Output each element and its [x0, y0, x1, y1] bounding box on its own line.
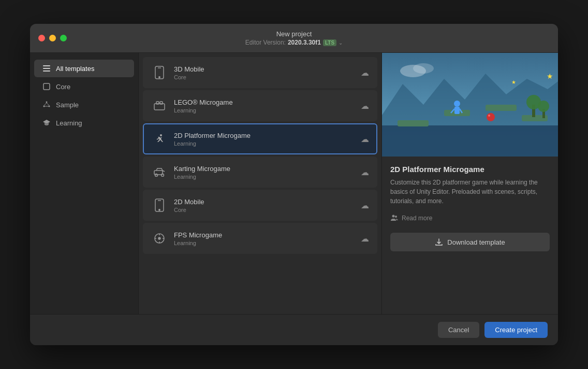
svg-point-54 [395, 216, 397, 218]
svg-point-21 [161, 174, 164, 177]
template-info-2d-platformer: 2D Platformer Microgame Learning [174, 132, 357, 147]
download-icon-2d-mobile: ☁ [361, 201, 369, 210]
detail-panel: ★ ★ 2D Platformer Microgame Customize th… [382, 53, 558, 314]
template-info-3d-mobile: 3D Mobile Core [174, 65, 357, 80]
read-more-label: Read more [402, 215, 432, 222]
template-item-2d-platformer[interactable]: 2D Platformer Microgame Learning ☁ [143, 123, 377, 154]
phone-icon [151, 64, 168, 81]
svg-point-17 [160, 134, 162, 136]
template-info-2d-mobile: 2D Mobile Core [174, 198, 357, 213]
minimize-button[interactable] [49, 35, 56, 41]
titlebar: New project Editor Version: 2020.3.30f1 … [30, 24, 558, 53]
main-content: All templates Core [30, 53, 558, 314]
template-list: 3D Mobile Core ☁ LEGO® Microgame Learnin… [139, 53, 382, 314]
template-item-3d-mobile[interactable]: 3D Mobile Core ☁ [143, 57, 377, 88]
close-button[interactable] [38, 35, 45, 41]
footer: Cancel Create project [30, 314, 558, 345]
editor-version-row: Editor Version: 2020.3.30f1 LTS ⌄ [245, 39, 343, 46]
svg-rect-3 [43, 83, 50, 90]
template-info-karting: Karting Microgame Learning [174, 165, 357, 180]
svg-marker-10 [43, 120, 50, 124]
network-icon [42, 101, 51, 109]
titlebar-center: New project Editor Version: 2020.3.30f1 … [245, 30, 343, 46]
graduation-icon [42, 119, 51, 127]
svg-point-20 [155, 174, 158, 177]
svg-rect-16 [160, 102, 163, 104]
svg-point-12 [159, 77, 160, 78]
download-icon-fps: ☁ [361, 234, 369, 244]
read-more-link[interactable]: Read more [390, 214, 550, 222]
window-title: New project [245, 30, 343, 38]
sidebar: All templates Core [30, 53, 139, 314]
sidebar-item-sample-label: Sample [56, 101, 79, 109]
svg-point-4 [46, 102, 48, 103]
new-project-window: New project Editor Version: 2020.3.30f1 … [30, 24, 558, 345]
template-item-lego[interactable]: LEGO® Microgame Learning ☁ [143, 90, 377, 121]
template-name-fps: FPS Microgame [174, 231, 357, 239]
template-category-fps: Learning [174, 240, 357, 246]
detail-title: 2D Platformer Microgame [390, 165, 550, 174]
editor-version-value: 2020.3.30f1 [288, 39, 321, 46]
lts-badge: LTS [323, 39, 336, 46]
list-icon [42, 64, 51, 73]
create-project-button[interactable]: Create project [484, 322, 548, 338]
template-category-karting: Learning [174, 174, 357, 180]
template-item-2d-mobile[interactable]: 2D Mobile Core ☁ [143, 190, 377, 221]
download-icon-3d-mobile: ☁ [361, 68, 369, 78]
sidebar-item-all-templates[interactable]: All templates [34, 60, 134, 77]
svg-point-24 [159, 209, 160, 210]
template-name-2d-mobile: 2D Mobile [174, 198, 357, 206]
template-item-karting[interactable]: Karting Microgame Learning ☁ [143, 157, 377, 188]
svg-text:★: ★ [547, 72, 553, 80]
svg-rect-35 [398, 120, 429, 126]
lego-icon [151, 97, 168, 114]
svg-rect-37 [486, 105, 517, 111]
template-name-2d-platformer: 2D Platformer Microgame [174, 132, 357, 139]
template-name-karting: Karting Microgame [174, 165, 357, 173]
svg-rect-0 [43, 65, 50, 66]
download-template-button[interactable]: Download template [390, 233, 550, 251]
svg-point-31 [158, 237, 160, 239]
download-template-label: Download template [447, 238, 505, 246]
sidebar-item-learning[interactable]: Learning [34, 114, 134, 132]
template-category-lego: Learning [174, 107, 357, 113]
svg-line-8 [47, 103, 49, 106]
version-chevron-icon[interactable]: ⌄ [339, 40, 343, 46]
svg-point-48 [538, 101, 549, 112]
kart-icon [151, 164, 168, 180]
sidebar-item-core[interactable]: Core [34, 78, 134, 95]
svg-point-52 [413, 63, 434, 74]
svg-point-53 [392, 215, 395, 218]
square-icon [42, 82, 51, 91]
template-category-2d-mobile: Core [174, 207, 357, 213]
sidebar-item-core-label: Core [56, 83, 70, 91]
svg-line-18 [157, 138, 159, 139]
template-category-3d-mobile: Core [174, 74, 357, 80]
runner-icon [151, 131, 168, 147]
fps-icon [151, 230, 168, 247]
template-info-fps: FPS Microgame Learning [174, 231, 357, 246]
svg-rect-34 [382, 125, 558, 157]
svg-point-43 [487, 113, 495, 121]
svg-line-7 [44, 103, 47, 106]
traffic-lights [38, 35, 67, 41]
svg-rect-15 [156, 102, 159, 104]
cancel-button[interactable]: Cancel [438, 322, 479, 338]
template-info-lego: LEGO® Microgame Learning [174, 98, 357, 113]
svg-point-44 [488, 115, 490, 117]
svg-rect-1 [43, 68, 50, 69]
template-name-3d-mobile: 3D Mobile [174, 65, 357, 73]
download-icon-karting: ☁ [361, 167, 369, 177]
template-item-fps[interactable]: FPS Microgame Learning ☁ [143, 223, 377, 254]
editor-version-label: Editor Version: [245, 39, 286, 46]
sidebar-item-learning-label: Learning [56, 119, 82, 127]
people-icon [390, 214, 399, 222]
mobile-icon [151, 197, 168, 214]
svg-rect-2 [43, 70, 50, 72]
svg-rect-14 [154, 104, 165, 110]
maximize-button[interactable] [60, 35, 67, 41]
template-category-2d-platformer: Learning [174, 140, 357, 147]
svg-rect-40 [454, 107, 460, 114]
download-icon-lego: ☁ [361, 101, 369, 111]
sidebar-item-sample[interactable]: Sample [34, 96, 134, 113]
